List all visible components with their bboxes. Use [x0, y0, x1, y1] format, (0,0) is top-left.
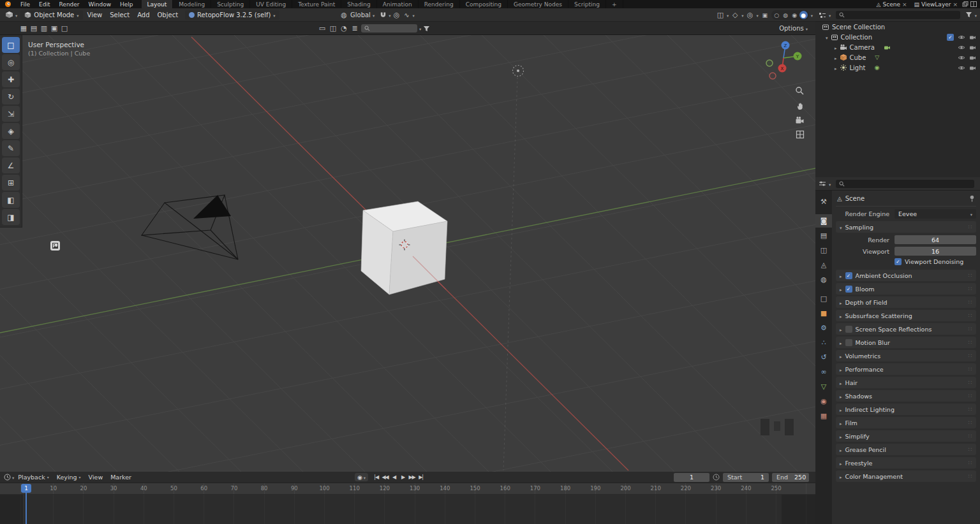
- visibility-dropdown-icon[interactable]: ◫: [716, 11, 725, 20]
- current-frame-badge[interactable]: 1: [21, 484, 31, 493]
- toggle-ortho-grid-icon[interactable]: [796, 130, 805, 139]
- properties-section[interactable]: Motion Blur ∷: [836, 337, 976, 348]
- toolbar-tool-button[interactable]: ◧: [2, 192, 20, 208]
- tool-search-input[interactable]: [361, 24, 417, 33]
- scene-selector[interactable]: ◬ Scene: [874, 1, 910, 8]
- expand-arrow-icon[interactable]: [835, 54, 837, 61]
- transform-orientation-dropdown[interactable]: ◍ Global: [337, 10, 377, 21]
- shading-mode-button[interactable]: ○: [773, 11, 781, 19]
- properties-tab[interactable]: ↺: [815, 351, 832, 364]
- workspace-tab[interactable]: Texture Paint: [292, 0, 341, 8]
- workspace-tab[interactable]: Scripting: [568, 0, 606, 8]
- properties-section[interactable]: Depth of Field ∷: [836, 296, 976, 308]
- properties-section[interactable]: Simplify ∷: [836, 430, 976, 442]
- outliner-search-input[interactable]: [836, 11, 960, 19]
- unlink-scene-icon[interactable]: [902, 1, 907, 8]
- workspace-tab[interactable]: Animation: [377, 0, 419, 8]
- properties-section[interactable]: Film ∷: [836, 417, 976, 428]
- transport-button[interactable]: ◀◀: [381, 474, 389, 480]
- properties-section[interactable]: Shadows ∷: [836, 390, 976, 402]
- sampling-panel-header[interactable]: Sampling ∷: [836, 221, 976, 233]
- render-engine-dropdown[interactable]: Eevee: [895, 209, 976, 219]
- timeline-tracks[interactable]: [0, 495, 815, 524]
- properties-section[interactable]: Subsurface Scattering ∷: [836, 310, 976, 321]
- disable-render-icon[interactable]: [969, 34, 976, 40]
- outliner-row-cube[interactable]: Cube ▽: [815, 52, 980, 62]
- tool-settings-icon[interactable]: ▥: [40, 24, 48, 33]
- outliner-editor-icon[interactable]: [819, 11, 826, 18]
- topbar-menu-item[interactable]: Render: [55, 0, 84, 8]
- workspace-tab[interactable]: Compositing: [460, 0, 508, 8]
- frame-start-field[interactable]: Start 1: [723, 473, 769, 482]
- camera-object[interactable]: [142, 195, 238, 259]
- collection-checkbox[interactable]: [947, 34, 954, 41]
- overlays-icon[interactable]: ◎: [745, 11, 754, 20]
- playhead[interactable]: [26, 492, 27, 524]
- retopoflow-dropdown[interactable]: RetopoFlow 3.2.5 (self): [185, 10, 279, 20]
- tool-settings-icon[interactable]: ▭: [318, 24, 327, 33]
- expand-arrow-icon[interactable]: [826, 34, 828, 41]
- tool-settings-icon[interactable]: ▣: [50, 24, 59, 33]
- properties-section[interactable]: Bloom ∷: [836, 283, 976, 295]
- toolbar-tool-button[interactable]: □: [2, 37, 20, 53]
- pin-icon[interactable]: [969, 195, 975, 202]
- timeline-menu-item[interactable]: View: [85, 474, 107, 481]
- chevron-down-icon[interactable]: [419, 25, 421, 32]
- current-frame-field[interactable]: 1: [674, 473, 709, 482]
- properties-tab[interactable]: ◉: [815, 395, 832, 408]
- properties-section[interactable]: Grease Pencil ∷: [836, 444, 976, 455]
- disable-render-icon[interactable]: [969, 65, 976, 71]
- outliner-row-camera[interactable]: Camera: [815, 42, 980, 52]
- toolbar-tool-button[interactable]: ✎: [2, 140, 20, 156]
- section-checkbox[interactable]: [845, 339, 852, 346]
- tool-settings-icon[interactable]: ▦: [19, 24, 28, 33]
- preview-range-icon[interactable]: [713, 474, 720, 481]
- topbar-menu-item[interactable]: Window: [84, 0, 116, 8]
- properties-section[interactable]: Freestyle ∷: [836, 457, 976, 469]
- remove-view-layer-icon[interactable]: [953, 1, 958, 8]
- proportional-editing-icon[interactable]: ◎: [392, 11, 401, 20]
- auto-keying-group[interactable]: ◉: [355, 473, 368, 481]
- properties-tab[interactable]: ▦: [815, 409, 832, 423]
- pan-hand-icon[interactable]: [796, 101, 805, 110]
- transport-button[interactable]: |◀: [372, 474, 380, 480]
- toolbar-tool-button[interactable]: ◈: [2, 123, 20, 139]
- options-dropdown[interactable]: Options: [776, 24, 810, 33]
- properties-tab[interactable]: ■: [815, 307, 832, 320]
- viewport-denoising-checkbox[interactable]: [895, 258, 902, 265]
- tool-settings-icon[interactable]: ▤: [29, 24, 38, 33]
- viewport-samples-field[interactable]: 16: [895, 247, 976, 256]
- viewport-menu-item[interactable]: Object: [154, 11, 182, 18]
- gizmos-icon[interactable]: ◇: [731, 11, 739, 20]
- chevron-down-icon[interactable]: [829, 180, 831, 187]
- hide-eye-icon[interactable]: [958, 45, 965, 50]
- disable-render-icon[interactable]: [969, 55, 976, 61]
- timeline-menu-item[interactable]: Keying: [53, 474, 85, 481]
- topbar-menu-item[interactable]: Edit: [34, 0, 54, 8]
- workspace-tab[interactable]: Rendering: [419, 0, 460, 8]
- properties-editor-icon[interactable]: [819, 180, 826, 187]
- properties-tab[interactable]: ∴: [815, 336, 832, 349]
- expand-arrow-icon[interactable]: [835, 64, 837, 71]
- toolbar-tool-button[interactable]: ⊞: [2, 175, 20, 191]
- tool-settings-icon[interactable]: □: [60, 24, 69, 33]
- toolbar-tool-button[interactable]: ∠: [2, 157, 20, 173]
- gizmo-x-negative[interactable]: [769, 73, 776, 79]
- snap-magnet-icon[interactable]: [378, 11, 387, 20]
- zoom-icon[interactable]: [795, 86, 805, 96]
- toolbar-tool-button[interactable]: ↻: [2, 89, 20, 105]
- transport-button[interactable]: ▶▶: [408, 474, 416, 480]
- transport-button[interactable]: ▶: [399, 474, 407, 480]
- properties-section[interactable]: Performance ∷: [836, 363, 976, 375]
- hide-eye-icon[interactable]: [958, 55, 965, 61]
- 3d-viewport[interactable]: User Perspective (1) Collection | Cube □…: [0, 35, 815, 472]
- hide-eye-icon[interactable]: [958, 65, 965, 71]
- properties-section[interactable]: Volumetrics ∷: [836, 350, 976, 361]
- properties-section[interactable]: Ambient Occlusion ∷: [836, 270, 976, 281]
- transport-button[interactable]: ◀: [390, 474, 398, 480]
- new-window-icon[interactable]: [962, 1, 969, 7]
- shading-mode-button[interactable]: ●: [799, 11, 808, 19]
- shading-dropdown-icon[interactable]: [811, 11, 813, 18]
- properties-tab[interactable]: ∞: [815, 365, 832, 379]
- outliner-row-collection[interactable]: Collection: [815, 32, 980, 42]
